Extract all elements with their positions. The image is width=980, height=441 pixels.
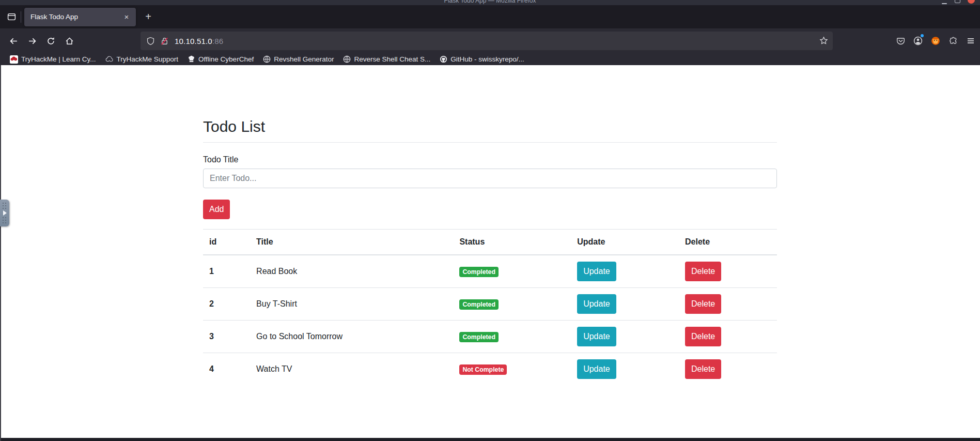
todo-id: 4 xyxy=(203,353,250,386)
delete-button[interactable]: Delete xyxy=(685,294,721,314)
tab-bar: Flask Todo App × + xyxy=(0,5,980,28)
todo-table: id Title Status Update Delete 1 Read Boo… xyxy=(203,229,777,385)
todo-title-label: Todo Title xyxy=(203,155,777,164)
tryhackme-icon xyxy=(10,55,18,64)
status-badge: Completed xyxy=(459,299,499,310)
menu-button[interactable] xyxy=(962,33,979,49)
account-notification-dot xyxy=(921,34,924,37)
chef-hat-icon xyxy=(188,55,195,63)
todo-title: Watch TV xyxy=(250,353,453,386)
insecure-lock-icon[interactable] xyxy=(160,37,169,45)
pocket-icon xyxy=(896,37,905,45)
bookmark-item[interactable]: TryHackMe | Learn Cy... xyxy=(5,54,101,65)
bookmark-label: Offline CyberChef xyxy=(198,55,254,63)
puzzle-piece-icon xyxy=(949,37,958,45)
delete-button[interactable]: Delete xyxy=(685,262,721,281)
bookmark-item[interactable]: Reverse Shell Cheat S... xyxy=(338,54,435,65)
delete-button[interactable]: Delete xyxy=(685,359,721,379)
toolbar-right-icons xyxy=(891,33,979,49)
table-row: 3 Go to School Tomorrow Completed Update… xyxy=(203,321,777,353)
bookmark-label: TryHackMe | Learn Cy... xyxy=(21,55,96,63)
account-icon xyxy=(913,36,923,45)
todo-title: Buy T-Shirt xyxy=(250,288,453,321)
navigation-toolbar: 10.10.51.0:86 xyxy=(0,28,980,53)
status-badge: Completed xyxy=(459,267,499,277)
bookmark-item[interactable]: Revshell Generator xyxy=(258,54,338,65)
url-port: :86 xyxy=(212,37,223,45)
screen-bottom-edge xyxy=(0,438,980,441)
reload-button[interactable] xyxy=(42,33,59,49)
maximize-button[interactable] xyxy=(955,0,960,3)
home-button[interactable] xyxy=(61,33,77,49)
add-button[interactable]: Add xyxy=(203,200,230,219)
table-row: 2 Buy T-Shirt Completed Update Delete xyxy=(203,288,777,321)
handle-dots xyxy=(3,203,4,204)
back-button[interactable] xyxy=(5,33,22,49)
bookmark-label: TryHackMe Support xyxy=(117,55,179,63)
todo-id: 1 xyxy=(203,255,250,288)
bookmark-star-icon[interactable] xyxy=(819,36,828,45)
table-header-row: id Title Status Update Delete xyxy=(203,230,777,255)
tab-title: Flask Todo App xyxy=(30,13,121,21)
extensions-button[interactable] xyxy=(945,33,961,49)
new-tab-button[interactable]: + xyxy=(141,9,156,25)
firefox-view-button[interactable] xyxy=(4,9,19,25)
reload-icon xyxy=(46,37,55,45)
account-button[interactable] xyxy=(910,33,926,49)
header-delete: Delete xyxy=(679,230,777,255)
todo-id: 2 xyxy=(203,288,250,321)
window-titlebar: Flask Todo App — Mozilla Firefox xyxy=(0,0,980,5)
todo-id: 3 xyxy=(203,321,250,353)
globe-icon xyxy=(263,55,271,63)
forward-button[interactable] xyxy=(24,33,40,49)
header-status: Status xyxy=(453,230,571,255)
globe-icon xyxy=(343,55,351,63)
expand-arrow-icon xyxy=(3,210,7,216)
url-host: 10.10.51.0 xyxy=(175,37,212,45)
tab-flask-todo-app[interactable]: Flask Todo App × xyxy=(24,8,136,26)
forward-icon xyxy=(28,37,37,45)
minimize-button[interactable] xyxy=(942,3,947,4)
update-button[interactable]: Update xyxy=(577,359,616,379)
todo-app-container: Todo List Todo Title Add id Title Status… xyxy=(203,65,777,385)
foxyproxy-extension-icon xyxy=(931,36,940,45)
shield-icon[interactable] xyxy=(146,37,155,45)
back-icon xyxy=(9,37,18,45)
window-title: Flask Todo App — Mozilla Firefox xyxy=(0,0,980,5)
tab-separator xyxy=(21,11,21,23)
divider xyxy=(203,142,777,143)
page-title: Todo List xyxy=(203,117,777,136)
bookmark-item[interactable]: GitHub - swisskyrepo/... xyxy=(435,54,529,65)
bookmark-label: Revshell Generator xyxy=(274,55,334,63)
update-button[interactable]: Update xyxy=(577,294,616,314)
todo-title-input[interactable] xyxy=(203,169,777,188)
home-icon xyxy=(65,37,74,45)
web-page-content: Todo List Todo Title Add id Title Status… xyxy=(0,65,980,438)
todo-table-body: 1 Read Book Completed Update Delete 2 Bu… xyxy=(203,255,777,385)
header-update: Update xyxy=(571,230,679,255)
status-badge: Completed xyxy=(459,332,499,342)
side-panel-handle[interactable] xyxy=(0,200,9,226)
pocket-button[interactable] xyxy=(892,33,909,49)
update-button[interactable]: Update xyxy=(577,327,616,346)
update-button[interactable]: Update xyxy=(577,262,616,281)
bookmark-item[interactable]: TryHackMe Support xyxy=(101,54,183,65)
bookmark-item[interactable]: Offline CyberChef xyxy=(183,54,258,65)
address-bar[interactable]: 10.10.51.0:86 xyxy=(141,32,833,50)
tab-close-icon[interactable]: × xyxy=(121,12,132,22)
hamburger-menu-icon xyxy=(967,37,975,45)
delete-button[interactable]: Delete xyxy=(685,327,721,346)
bookmarks-toolbar: TryHackMe | Learn Cy... TryHackMe Suppor… xyxy=(0,53,980,65)
handle-dots xyxy=(3,217,4,218)
github-icon xyxy=(440,55,447,63)
table-row: 1 Read Book Completed Update Delete xyxy=(203,255,777,288)
tryhackme-gray-icon xyxy=(105,55,114,64)
todo-title: Go to School Tomorrow xyxy=(250,321,453,353)
bookmark-label: GitHub - swisskyrepo/... xyxy=(450,55,524,63)
table-row: 4 Watch TV Not Complete Update Delete xyxy=(203,353,777,386)
todo-title: Read Book xyxy=(250,255,453,288)
header-id: id xyxy=(203,230,250,255)
foxyproxy-extension-button[interactable] xyxy=(927,33,944,49)
header-title: Title xyxy=(250,230,453,255)
bookmark-label: Reverse Shell Cheat S... xyxy=(354,55,430,63)
